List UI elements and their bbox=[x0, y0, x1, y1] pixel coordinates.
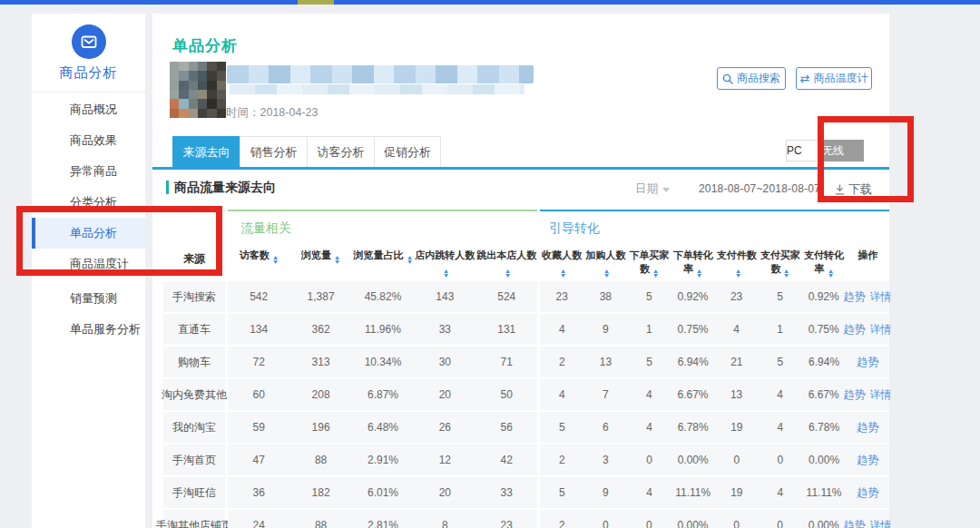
value-cell: 313 bbox=[289, 347, 351, 377]
value-cell: 0.92% bbox=[801, 281, 846, 312]
tab[interactable]: 销售分析 bbox=[240, 136, 307, 167]
sort-icon[interactable]: ▲▼ bbox=[560, 269, 566, 279]
sort-icon[interactable]: ▲▼ bbox=[652, 269, 659, 279]
value-cell: 42 bbox=[476, 445, 537, 475]
source-cell: 我的淘宝 bbox=[163, 412, 225, 443]
value-cell: 19 bbox=[715, 412, 760, 443]
value-cell: 2.91% bbox=[352, 445, 414, 475]
trend-link[interactable]: 趋势 bbox=[843, 322, 865, 337]
swap-icon: ⇄ bbox=[800, 73, 810, 84]
actions-cell: 趋势详情 bbox=[846, 281, 889, 312]
value-cell: 23 bbox=[540, 281, 584, 312]
sort-icon[interactable]: ▲▼ bbox=[334, 255, 340, 265]
column-header[interactable]: 下单买家数▲▼ bbox=[627, 239, 671, 281]
value-cell: 5 bbox=[540, 477, 584, 508]
value-cell: 59 bbox=[228, 412, 289, 443]
value-cell: 0.75% bbox=[801, 314, 846, 345]
source-cell: 直通车 bbox=[163, 314, 225, 345]
column-header[interactable]: 支付买家数▲▼ bbox=[759, 239, 802, 281]
sidebar-item[interactable]: 销量预测 bbox=[32, 283, 145, 314]
value-cell: 6.67% bbox=[801, 379, 846, 410]
trend-link[interactable]: 趋势 bbox=[843, 518, 865, 528]
column-header[interactable]: 浏览量占比▲▼ bbox=[352, 239, 414, 281]
column-header[interactable]: 支付件数▲▼ bbox=[715, 239, 760, 281]
value-cell: 4 bbox=[627, 477, 671, 508]
value-cell: 8 bbox=[414, 510, 475, 528]
sidebar-item[interactable]: 异常商品 bbox=[32, 156, 145, 187]
column-header[interactable]: 加购人数▲▼ bbox=[584, 239, 628, 281]
value-cell: 6.94% bbox=[671, 347, 715, 377]
trend-link[interactable]: 趋势 bbox=[843, 387, 865, 403]
column-header[interactable]: 浏览量▲▼ bbox=[289, 239, 351, 281]
value-cell: 9 bbox=[584, 477, 628, 508]
sort-icon[interactable]: ▲▼ bbox=[272, 255, 279, 265]
tab[interactable]: 来源去向 bbox=[172, 136, 240, 167]
detail-link[interactable]: 详情 bbox=[869, 518, 891, 528]
column-header[interactable]: 店内跳转人数▲▼ bbox=[414, 239, 475, 281]
sort-icon[interactable]: ▲▼ bbox=[735, 269, 741, 279]
mosaic-block bbox=[189, 62, 198, 71]
value-cell: 0 bbox=[715, 445, 760, 475]
trend-link[interactable]: 趋势 bbox=[857, 453, 878, 468]
value-cell: 3 bbox=[584, 445, 628, 475]
value-cell: 4 bbox=[627, 412, 671, 443]
value-cell: 6.67% bbox=[671, 379, 715, 410]
product-title-redacted bbox=[227, 65, 534, 83]
product-search-button[interactable]: 商品搜索 bbox=[717, 67, 786, 90]
value-cell: 10.34% bbox=[352, 347, 414, 377]
sort-icon[interactable]: ▲▼ bbox=[828, 269, 834, 279]
table-row: 手淘搜索5421,38745.82%143524233850.92%2350.9… bbox=[163, 281, 889, 314]
value-cell: 45.82% bbox=[352, 281, 414, 312]
trend-link[interactable]: 趋势 bbox=[843, 289, 865, 305]
sort-icon[interactable]: ▲▼ bbox=[407, 255, 413, 265]
trend-link[interactable]: 趋势 bbox=[857, 485, 878, 501]
mosaic-block bbox=[170, 71, 179, 80]
trend-link[interactable]: 趋势 bbox=[857, 420, 878, 435]
sidebar-item[interactable]: 商品效果 bbox=[32, 125, 145, 156]
source-cell: 手淘旺信 bbox=[163, 477, 225, 508]
column-header[interactable]: 支付转化率▲▼ bbox=[802, 239, 847, 281]
sort-icon[interactable]: ▲▼ bbox=[443, 269, 449, 279]
date-dropdown[interactable]: 日期 bbox=[635, 181, 670, 197]
mosaic-block bbox=[189, 99, 198, 108]
column-header[interactable]: 下单转化率▲▼ bbox=[671, 239, 715, 281]
detail-link[interactable]: 详情 bbox=[869, 322, 891, 337]
tab[interactable]: 促销分析 bbox=[374, 136, 441, 167]
value-cell: 6.78% bbox=[802, 412, 847, 443]
value-cell: 88 bbox=[289, 510, 351, 528]
sort-icon[interactable]: ▲▼ bbox=[603, 269, 610, 279]
value-cell: 0.00% bbox=[671, 445, 715, 475]
sort-icon[interactable]: ▲▼ bbox=[505, 269, 511, 279]
table-column-header-row: 来源访客数▲▼浏览量▲▼浏览量占比▲▼店内跳转人数▲▼跳出本店人数▲▼收藏人数▲… bbox=[163, 239, 889, 281]
value-cell: 1 bbox=[759, 314, 802, 345]
column-header: 操作 bbox=[846, 239, 889, 281]
value-cell: 2 bbox=[540, 445, 584, 475]
actions-cell: 趋势 bbox=[846, 347, 889, 377]
product-thermometer-button[interactable]: ⇄ 商品温度计 bbox=[796, 67, 872, 90]
sidebar-item[interactable]: 单品服务分析 bbox=[32, 314, 145, 345]
column-header[interactable]: 收藏人数▲▼ bbox=[540, 239, 584, 281]
detail-link[interactable]: 详情 bbox=[869, 289, 891, 305]
value-cell: 196 bbox=[289, 412, 351, 443]
value-cell: 6.87% bbox=[352, 379, 414, 410]
tabs-underline bbox=[152, 167, 889, 170]
value-cell: 143 bbox=[414, 281, 475, 312]
pc-toggle-button[interactable]: PC bbox=[786, 140, 818, 161]
detail-link[interactable]: 详情 bbox=[869, 387, 891, 403]
sort-icon[interactable]: ▲▼ bbox=[696, 269, 702, 279]
table-row: 手淘旺信361826.01%203359411.11%19411.11%趋势 bbox=[163, 477, 889, 510]
sidebar-item[interactable]: 商品概况 bbox=[32, 94, 145, 125]
table-row: 手淘其他店铺页24882.81%8232000.00%000.00%趋势详情 bbox=[163, 510, 889, 528]
browser-top-bar bbox=[0, 0, 980, 5]
mosaic-block bbox=[198, 62, 207, 71]
sort-icon[interactable]: ▲▼ bbox=[783, 269, 789, 279]
trend-link[interactable]: 趋势 bbox=[857, 355, 878, 370]
product-analysis-icon bbox=[72, 24, 106, 59]
column-header[interactable]: 跳出本店人数▲▼ bbox=[476, 239, 537, 281]
column-header[interactable]: 访客数▲▼ bbox=[228, 239, 289, 281]
mosaic-block bbox=[217, 109, 226, 118]
value-cell: 4 bbox=[714, 314, 759, 345]
tab[interactable]: 访客分析 bbox=[307, 136, 374, 167]
mosaic-block bbox=[179, 71, 188, 80]
table-group-header-row: 流量相关引导转化 bbox=[163, 210, 889, 239]
